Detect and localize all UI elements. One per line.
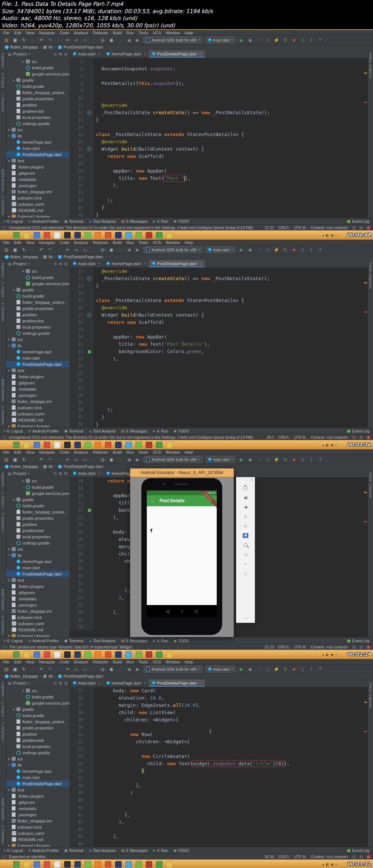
tree-item[interactable]: HomePage.dart	[6, 349, 70, 355]
menu-run[interactable]: Run	[126, 450, 134, 454]
menu-analyze[interactable]: Analyze	[74, 660, 88, 664]
tree-item[interactable]: .flutter-plugins	[6, 164, 70, 170]
tree-item[interactable]: ▶test	[6, 158, 70, 164]
tree-item[interactable]: google-services.json	[6, 280, 70, 287]
tool-window-button[interactable]: Build Variants	[1, 589, 5, 611]
tree-item[interactable]: ▼lib	[6, 552, 70, 558]
tree-item[interactable]: ▼lib	[6, 762, 70, 768]
taskbar-app-icon[interactable]	[85, 442, 91, 448]
stop-icon[interactable]: ■	[291, 667, 297, 672]
tool-window-button[interactable]: Flutter Inspector	[369, 472, 372, 499]
menu-build[interactable]: Build	[113, 31, 122, 35]
tool-window-button[interactable]: 2: Favorites	[1, 406, 5, 425]
tree-item[interactable]: build.gradle	[6, 274, 70, 280]
tool-window-button[interactable]: 1: Project	[1, 73, 5, 88]
menu-build[interactable]: Build	[113, 240, 122, 245]
taskbar-app-icon[interactable]	[54, 442, 60, 448]
copy-icon[interactable]: ▱	[74, 667, 79, 672]
tree-item[interactable]: google-services.json	[6, 71, 70, 77]
menu-file[interactable]: File	[3, 240, 9, 245]
tree-item[interactable]: gradlew	[6, 102, 70, 108]
tool-button-terminal[interactable]: ▣Terminal	[64, 848, 83, 853]
tree-item[interactable]: pubspec.lock	[6, 824, 70, 830]
tree-item[interactable]: .packages	[6, 392, 70, 398]
taskbar-app-icon[interactable]	[105, 442, 111, 448]
tree-item[interactable]: build.gradle	[6, 694, 70, 700]
tree-item[interactable]: flutter_blogapp_androi..	[6, 509, 70, 515]
minimize-icon[interactable]: −	[247, 478, 249, 482]
tool-button-android-profiler[interactable]: ⊙Android Profiler	[28, 219, 59, 224]
run-icon[interactable]: ▶	[239, 457, 244, 462]
menu-vcs[interactable]: VCS	[153, 660, 161, 664]
menu-view[interactable]: View	[26, 450, 35, 454]
cut-icon[interactable]: ✂	[65, 247, 70, 252]
tab-homepage-dart[interactable]: HomePage.dart×	[103, 260, 149, 267]
hide-icon[interactable]: ⊟	[64, 472, 67, 476]
tree-item[interactable]: flutter_blogapp.iml	[6, 818, 70, 824]
caret-position[interactable]: 31:13	[264, 645, 274, 649]
tool-window-button[interactable]: Captures	[1, 53, 5, 67]
tool-button-todo[interactable]: ◉TODO	[174, 848, 189, 853]
tree-item[interactable]: settings.gradle	[6, 749, 70, 756]
tree-item[interactable]: ▶src	[6, 268, 70, 274]
taskbar-app-icon[interactable]	[136, 651, 142, 658]
taskbar-app-icon[interactable]	[125, 442, 132, 448]
tree-item[interactable]: ▶gradle	[6, 287, 70, 293]
menu-tools[interactable]: Tools	[138, 31, 148, 35]
taskbar-app-icon[interactable]	[156, 442, 162, 448]
tool-button-6-logcat[interactable]: ≡6: Logcat	[4, 848, 23, 853]
tool-button-4-run[interactable]: ▶4: Run	[153, 219, 168, 224]
tree-item[interactable]: local.properties	[6, 114, 70, 120]
tree-item[interactable]: ▶ios	[6, 336, 70, 342]
profiler-icon[interactable]: ◔	[256, 457, 262, 462]
tree-item[interactable]: .gitignore	[6, 589, 70, 596]
encoding-selector[interactable]: UTF-8↕	[294, 225, 307, 230]
hide-icon[interactable]: ⊟	[64, 52, 67, 56]
run-icon[interactable]: ▶	[239, 38, 244, 43]
tree-item[interactable]: ▶ios	[6, 756, 70, 762]
device-selector[interactable]: Android SDK built for x86▾	[144, 246, 203, 253]
line-endings-selector[interactable]: CRLF↕	[278, 225, 290, 230]
tree-item[interactable]: gradle.properties	[6, 305, 70, 311]
tree-item[interactable]: README.md	[6, 627, 70, 633]
hot-restart-icon[interactable]: ↻	[282, 38, 288, 43]
undo-icon[interactable]: ↶	[39, 457, 44, 462]
menu-edit[interactable]: Edit	[14, 450, 21, 454]
redo-icon[interactable]: ↷	[47, 667, 53, 672]
undo-icon[interactable]: ↶	[39, 38, 44, 43]
taskbar-app-icon[interactable]	[125, 651, 132, 658]
tab-postdetailspage-dart[interactable]: PostDetailsPage.dart×	[149, 260, 204, 267]
forward-icon[interactable]: ▶	[135, 38, 140, 43]
overview-icon[interactable]: □	[244, 570, 247, 576]
tree-item[interactable]: ▶src	[6, 687, 70, 694]
device-selector[interactable]: Android SDK built for x86▾	[144, 666, 203, 673]
tree-item[interactable]: .packages	[6, 602, 70, 608]
taskbar-app-icon[interactable]	[54, 651, 60, 658]
find-icon[interactable]: ◎	[100, 667, 105, 672]
menu-code[interactable]: Code	[60, 31, 69, 35]
menu-file[interactable]: File	[3, 660, 9, 664]
menu-window[interactable]: Window	[166, 31, 180, 35]
taskbar-app-icon[interactable]	[34, 232, 40, 239]
encoding-selector[interactable]: UTF-8↕	[294, 435, 307, 439]
hot-reload-icon[interactable]: ⚡	[274, 457, 279, 462]
avd-manager-icon[interactable]: ▯	[300, 38, 305, 43]
tool-button-terminal[interactable]: ▣Terminal	[64, 429, 83, 433]
sdk-manager-icon[interactable]: ⇩	[309, 247, 314, 252]
taskbar-app-icon[interactable]	[125, 232, 132, 239]
menu-refactor[interactable]: Refactor	[93, 660, 108, 664]
tool-windows-toggle-icon[interactable]: ▢	[3, 435, 6, 439]
tool-button-6-logcat[interactable]: ≡6: Logcat	[4, 219, 23, 224]
taskbar-app-icon[interactable]	[34, 651, 40, 658]
menu-view[interactable]: View	[26, 31, 35, 35]
breadcrumb-item[interactable]: lib	[43, 45, 53, 49]
open-icon[interactable]: ▤	[4, 457, 9, 462]
menu-navigate[interactable]: Navigate	[39, 240, 55, 245]
encoding-selector[interactable]: UTF-8↕	[294, 855, 307, 859]
tree-item[interactable]: pubspec.yaml	[6, 201, 70, 207]
line-endings-selector[interactable]: CRLF↕	[278, 855, 290, 859]
taskbar-app-icon[interactable]	[85, 861, 91, 868]
tree-item[interactable]: settings.gradle	[6, 330, 70, 336]
taskbar-app-icon[interactable]	[13, 861, 20, 868]
tool-window-button[interactable]: 1: Project	[1, 282, 5, 298]
